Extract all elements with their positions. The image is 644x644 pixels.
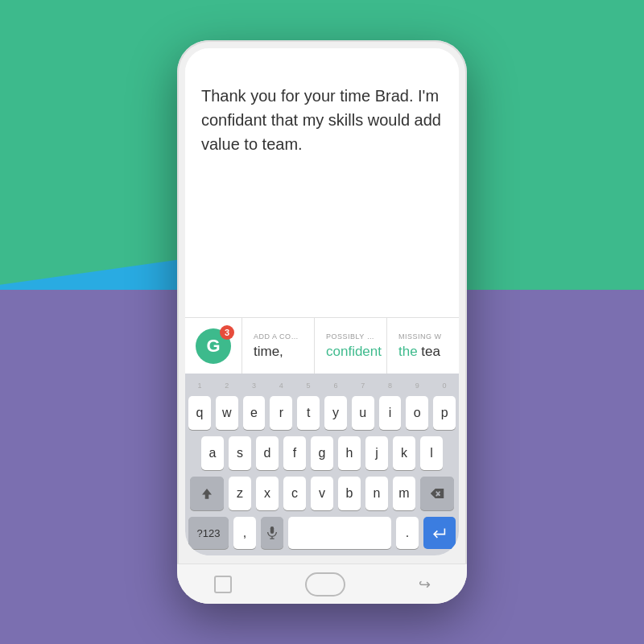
key-row-3: z x c v b n m [188,477,456,510]
num-4: 4 [270,380,292,391]
comma-text: time, [254,344,283,359]
num-3: 3 [243,380,266,391]
svg-rect-0 [205,497,209,499]
missing-the: the [398,344,418,359]
key-d[interactable]: d [256,436,279,470]
phone-screen: Thank you for your time Brad. I'm confid… [185,48,459,555]
key-n[interactable]: n [365,477,388,510]
key-a[interactable]: a [201,436,224,470]
badge-count: 3 [220,325,234,340]
number-hints-row: 1 2 3 4 5 6 7 8 9 0 [188,380,456,391]
card-value-3: the tea [398,344,448,360]
key-b[interactable]: b [338,477,361,510]
card-value-2: confident [326,344,375,360]
key-shift[interactable] [190,477,224,510]
key-numbers-toggle[interactable]: ?123 [188,517,229,549]
svg-rect-1 [270,526,274,534]
key-row-2: a s d f g h j k l [188,436,456,470]
key-z[interactable]: z [229,477,251,510]
suggestion-card-missing[interactable]: MISSING W the tea [386,318,459,374]
card-label-2: POSSIBLY CONFUSED WORD [326,332,375,341]
suggestion-card-confused[interactable]: POSSIBLY CONFUSED WORD confident [314,318,386,374]
grammarly-icon: G 3 [196,328,231,364]
num-0: 0 [433,380,456,391]
key-v[interactable]: v [311,477,333,510]
num-5: 5 [297,380,320,391]
key-q[interactable]: q [188,396,211,430]
card-value-1: time, [254,344,303,360]
num-6: 6 [324,380,347,391]
num-8: 8 [379,380,402,391]
key-backspace[interactable] [420,477,454,510]
key-y[interactable]: y [324,396,347,430]
key-i[interactable]: i [379,396,402,430]
nav-back-button[interactable]: ↩ [419,576,431,593]
key-e[interactable]: e [243,396,266,430]
missing-tea: tea [418,344,440,359]
key-c[interactable]: c [283,477,306,510]
grammarly-bar: G 3 ADD A COMMA time, POSSIBLY CONFUSE [185,317,459,374]
key-w[interactable]: w [216,396,238,430]
key-microphone[interactable] [261,517,283,549]
phone-body: Thank you for your time Brad. I'm confid… [177,40,467,604]
suggestion-cards: ADD A COMMA time, POSSIBLY CONFUSED WORD… [242,318,459,374]
keyboard: 1 2 3 4 5 6 7 8 9 0 q w e r t [185,374,459,555]
key-x[interactable]: x [256,477,279,510]
text-area[interactable]: Thank you for your time Brad. I'm confid… [185,68,459,317]
key-l[interactable]: l [420,436,443,470]
card-label-3: MISSING W [398,332,448,341]
key-g[interactable]: g [311,436,333,470]
phone-nav-bar: ↩ [177,564,467,604]
key-f[interactable]: f [283,436,306,470]
num-7: 7 [352,380,374,391]
key-r[interactable]: r [270,396,292,430]
message-text: Thank you for your time Brad. I'm confid… [201,87,441,153]
key-k[interactable]: k [393,436,415,470]
key-p[interactable]: p [433,396,456,430]
key-space[interactable] [288,517,391,549]
key-row-1: q w e r t y u i o p [188,396,456,430]
key-m[interactable]: m [393,477,415,510]
status-bar [185,48,459,68]
phone-device: Thank you for your time Brad. I'm confid… [177,40,467,604]
key-comma[interactable]: , [233,517,256,549]
key-h[interactable]: h [338,436,361,470]
key-row-4: ?123 , . [188,517,456,549]
key-u[interactable]: u [352,396,374,430]
suggestion-card-comma[interactable]: ADD A COMMA time, [242,318,314,374]
key-period[interactable]: . [396,517,419,549]
num-1: 1 [188,380,211,391]
num-2: 2 [216,380,238,391]
nav-recent-apps[interactable] [214,576,232,593]
nav-home-button[interactable] [305,572,345,597]
card-label-1: ADD A COMMA [254,332,303,341]
num-9: 9 [406,380,428,391]
key-j[interactable]: j [365,436,388,470]
key-enter[interactable] [423,517,456,549]
key-s[interactable]: s [229,436,251,470]
key-t[interactable]: t [297,396,320,430]
key-o[interactable]: o [406,396,428,430]
grammarly-logo[interactable]: G 3 [185,318,242,374]
grammarly-g-letter: G [206,336,220,357]
